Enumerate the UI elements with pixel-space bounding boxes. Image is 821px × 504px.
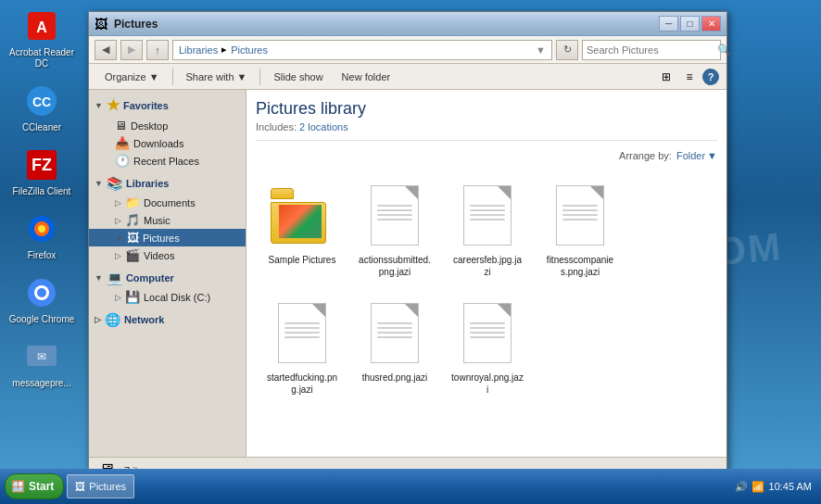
doc-icon-4 [278,303,326,363]
doc-lines-3 [562,205,598,223]
music-folder-icon: 🎵 [125,213,140,227]
sidebar-network-section: ▷ 🌐 Network [89,309,246,330]
doc-icon-3 [556,185,604,246]
file-item-5[interactable]: thusred.png.jazi [353,293,436,401]
new-folder-label: New folder [342,71,391,82]
desktop-icon-chrome[interactable]: Google Chrome [5,271,79,328]
favorites-label: Favorites [123,100,169,111]
doc-fold-4 [312,304,325,317]
videos-expand-icon: ▷ [115,251,121,260]
back-button[interactable]: ◀ [95,40,117,60]
doc-fold-0 [405,186,418,199]
desktop-icon-acrobat[interactable]: A Acrobat Reader DC [5,5,79,72]
sidebar-desktop-label: Desktop [131,120,168,132]
sidebar-libraries-header[interactable]: ▼ 📚 Libraries [89,173,246,194]
file-item-2[interactable]: careersfeb.jpg.jazi [446,175,529,284]
sidebar-item-desktop[interactable]: 🖥 Desktop [89,117,246,134]
file-name-2: careersfeb.jpg.jazi [451,254,524,278]
search-input[interactable] [587,44,714,56]
sample-pictures-folder-icon [271,188,334,244]
libraries-label: Libraries [126,178,169,189]
sidebar-network-label: Network [124,314,164,325]
system-tray: 🔊 📶 [735,481,764,493]
view-details-button[interactable]: ≡ [679,67,700,87]
file-icon-5 [363,298,426,368]
sidebar-item-pictures[interactable]: ▼ 🖼 Pictures [89,229,246,246]
svg-text:A: A [36,19,47,35]
search-icon[interactable]: 🔍 [717,44,731,57]
firefox-label: Firefox [28,250,57,261]
file-icon-0 [363,181,426,250]
toolbar-separator-2 [259,69,260,85]
start-button[interactable]: 🪟 Start [5,473,64,499]
sidebar-downloads-label: Downloads [133,138,183,149]
sidebar-favorites-header[interactable]: ▼ ★ Favorites [89,94,246,117]
file-item-3[interactable]: fitnesscompanies.png.jazi [538,175,622,284]
sidebar-item-downloads[interactable]: 📥 Downloads [89,134,246,152]
up-button[interactable]: ↑ [146,40,169,60]
ccleaner-label: CCleaner [22,122,61,133]
desktop-icon-ccleaner[interactable]: CC CCleaner [5,80,79,136]
maximize-button[interactable]: □ [680,16,700,32]
network-icon-sidebar: 🌐 [105,312,120,327]
arrange-value[interactable]: Folder ▼ [676,150,717,161]
toolbar: Organize ▼ Share with ▼ Slide show New f… [89,64,726,90]
messagepre-icon: ✉ [23,338,60,375]
includes-count-link[interactable]: 2 locations [299,121,348,132]
address-field[interactable]: Libraries ▸ Pictures ▼ [172,40,552,60]
sidebar-item-documents[interactable]: ▷ 📁 Documents [89,194,246,211]
sidebar-recent-places-label: Recent Places [133,156,199,167]
slide-show-button[interactable]: Slide show [265,67,331,87]
sidebar-network-header[interactable]: ▷ 🌐 Network [89,309,246,330]
file-item-6[interactable]: townroyal.png.jazi [446,293,529,401]
sidebar-item-local-disk[interactable]: ▷ 💾 Local Disk (C:) [89,288,246,306]
pictures-expand-icon: ▼ [115,233,123,243]
desktop-icons-area: A Acrobat Reader DC CC CCleaner FZ Fil [0,0,83,504]
desktop-icon-messagepre[interactable]: ✉ messagepre... [5,335,79,392]
libraries-icon: 📚 [107,176,122,191]
arrange-value-text: Folder [676,150,705,161]
forward-button[interactable]: ▶ [120,40,143,60]
computer-expand-icon: ▼ [95,273,103,283]
file-icon-3 [549,181,612,250]
minimize-button[interactable]: ─ [659,16,678,32]
favorites-expand-icon: ▼ [95,101,103,110]
view-extra-button[interactable]: ⊞ [656,67,676,87]
desktop: A Acrobat Reader DC CC CCleaner FZ Fil [0,0,821,504]
taskbar-task-pictures[interactable]: 🖼 Pictures [67,474,134,498]
share-with-button[interactable]: Share with ▼ [178,67,256,87]
close-button[interactable]: ✕ [701,16,721,32]
address-crumb-pictures[interactable]: Pictures [231,44,268,56]
address-dropdown-icon[interactable]: ▼ [536,44,546,56]
svg-point-8 [38,225,45,233]
svg-text:CC: CC [32,94,51,109]
organize-button[interactable]: Organize ▼ [96,67,168,87]
sidebar-item-music[interactable]: ▷ 🎵 Music [89,211,246,229]
sidebar-computer-header[interactable]: ▼ 💻 Computer [89,268,246,288]
file-item-0[interactable]: actionssubmitted.png.jazi [353,175,436,284]
file-name-5: thusred.png.jazi [362,372,428,384]
file-item-4[interactable]: startedfucking.png.jazi [260,293,344,401]
doc-lines-4 [284,322,320,341]
doc-icon-2 [463,185,512,246]
refresh-button[interactable]: ↻ [556,40,578,60]
desktop-icon-filezilla[interactable]: FZ FileZilla Client [5,144,79,200]
downloads-icon-sidebar: 📥 [115,136,130,150]
sidebar-item-recent-places[interactable]: 🕐 Recent Places [89,152,246,170]
doc-fold-3 [590,186,603,199]
chrome-label: Google Chrome [9,314,75,325]
desktop-icon-firefox[interactable]: Firefox [5,208,79,264]
help-button[interactable]: ? [702,69,719,85]
libraries-expand-icon: ▼ [95,179,103,188]
svg-point-11 [37,288,46,297]
new-folder-button[interactable]: New folder [334,67,399,87]
doc-lines-5 [377,322,412,341]
address-crumb-libraries[interactable]: Libraries [179,44,218,56]
taskbar: 🪟 Start 🖼 Pictures 🔊 📶 10:45 AM [0,469,821,504]
chrome-icon [23,274,60,311]
sidebar-libraries-section: ▼ 📚 Libraries ▷ 📁 Documents ▷ 🎵 Music [89,173,246,264]
file-item-sample-pictures[interactable]: Sample Pictures [260,175,344,284]
content-area: Pictures library Includes: 2 locations A… [246,90,726,457]
sidebar-item-videos[interactable]: ▷ 🎬 Videos [89,246,246,264]
file-name-1: actionssubmitted.png.jazi [359,254,431,278]
